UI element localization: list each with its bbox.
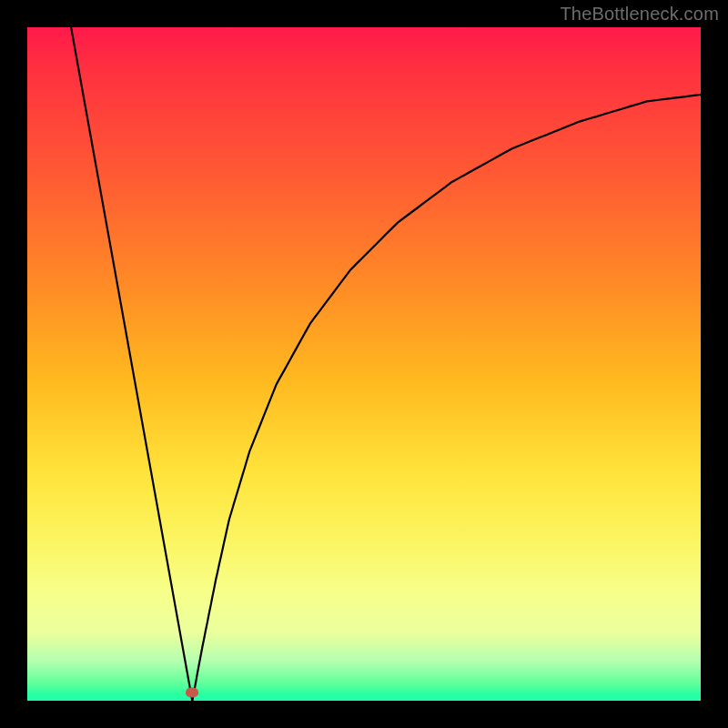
plot-area bbox=[27, 27, 701, 701]
curve-right bbox=[192, 95, 701, 701]
curve-left bbox=[71, 27, 192, 701]
bottleneck-marker bbox=[186, 688, 198, 698]
curve-layer bbox=[27, 27, 701, 701]
chart-frame: TheBottleneck.com bbox=[0, 0, 728, 728]
watermark-text: TheBottleneck.com bbox=[560, 4, 719, 25]
